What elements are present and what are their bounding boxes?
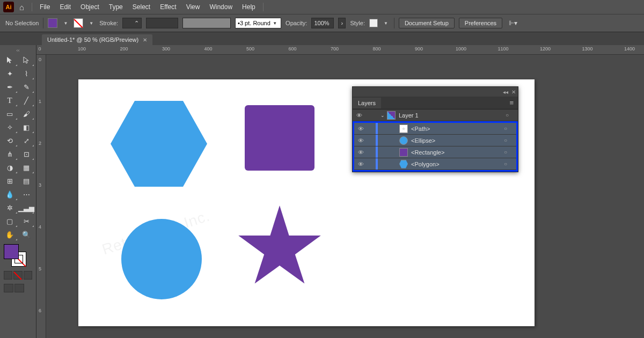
layer-row-polygon[interactable]: 👁 <Polygon> ○ <box>354 158 516 170</box>
target-icon[interactable]: ○ <box>500 161 511 167</box>
menu-object[interactable]: Object <box>76 2 104 12</box>
chevron-down-icon[interactable]: ▼ <box>62 21 69 26</box>
layer-row-path[interactable]: 👁 ★ <Path> ○ <box>354 123 516 135</box>
shape-builder-tool[interactable]: ◑ <box>2 161 18 174</box>
layer-name[interactable]: Layer 1 <box>399 112 419 119</box>
screen-modes[interactable] <box>2 283 34 293</box>
fill-swatch[interactable] <box>48 18 57 28</box>
panel-grip[interactable]: ‹‹ <box>2 47 34 54</box>
free-transform-tool[interactable]: ⊡ <box>18 148 34 160</box>
layers-tab[interactable]: Layers <box>353 98 381 108</box>
rectangle-tool[interactable]: ▭ <box>2 107 18 120</box>
stroke-weight-field[interactable]: ⌃ <box>122 18 142 28</box>
lasso-tool[interactable]: ⌇ <box>18 67 34 80</box>
document-setup-button[interactable]: Document Setup <box>399 18 455 28</box>
menu-window[interactable]: Window <box>205 2 237 12</box>
polygon-shape[interactable] <box>111 101 207 187</box>
layers-panel[interactable]: ◂◂ ✕ Layers ≡ 👁 ⌄ Layer 1 ○ <box>352 86 518 172</box>
target-icon[interactable]: ○ <box>502 112 513 118</box>
chevron-down-icon[interactable]: ▼ <box>87 21 95 26</box>
close-icon[interactable]: ✕ <box>143 37 147 43</box>
visibility-icon[interactable]: 👁 <box>354 126 367 132</box>
expand-icon[interactable]: ⌄ <box>378 113 387 118</box>
menu-effect[interactable]: Effect <box>156 2 180 12</box>
target-icon[interactable]: ○ <box>500 137 511 143</box>
stroke-swatch[interactable] <box>74 18 83 28</box>
selection-tool[interactable] <box>2 54 18 67</box>
visibility-icon[interactable]: 👁 <box>353 112 365 119</box>
artboard-tool[interactable]: ▢ <box>2 215 18 227</box>
rotate-tool[interactable]: ⟲ <box>2 134 18 147</box>
visibility-icon[interactable]: 👁 <box>354 149 367 156</box>
stroke-profile[interactable] <box>146 18 178 28</box>
symbol-tool[interactable]: ✲ <box>2 201 18 214</box>
fill-stroke-control[interactable] <box>4 244 26 267</box>
shaper-tool[interactable]: ✧ <box>2 121 18 134</box>
star-path-shape[interactable] <box>237 205 323 291</box>
panel-menu-icon[interactable]: ≡ <box>505 99 518 107</box>
fill-box[interactable] <box>4 244 19 259</box>
layer-name[interactable]: <Ellipse> <box>411 137 435 144</box>
menu-type[interactable]: Type <box>105 2 127 12</box>
zoom-tool[interactable]: 🔍 <box>18 228 34 241</box>
stroke-label: Stroke: <box>99 20 118 26</box>
layer-row-parent[interactable]: 👁 ⌄ Layer 1 ○ <box>353 109 518 121</box>
hand-tool[interactable]: ✋ <box>2 228 18 241</box>
visibility-icon[interactable]: 👁 <box>354 137 367 144</box>
tool-panel: ‹‹ ✦ ⌇ ✒ ✎ T ╱ ▭ 🖌 ✧ ◧ ⟲ ⤢ ⋔ ⊡ ◑ ▦ ⊞ ▤ 💧… <box>0 45 36 338</box>
layer-name[interactable]: <Polygon> <box>411 161 440 167</box>
opacity-arrow[interactable]: › <box>338 18 346 28</box>
menu-view[interactable]: View <box>182 2 204 12</box>
layer-name[interactable]: <Rectangle> <box>411 149 444 156</box>
direct-select-tool[interactable] <box>18 54 34 67</box>
type-tool[interactable]: T <box>2 94 18 107</box>
width-tool[interactable]: ⋔ <box>2 148 18 160</box>
home-icon[interactable]: ⌂ <box>19 3 24 12</box>
target-icon[interactable]: ○ <box>500 149 511 155</box>
brush-def[interactable] <box>182 18 231 28</box>
canvas-area[interactable]: Retouching Inc. ◂◂ ✕ Layers ≡ 👁 <box>46 55 644 338</box>
scale-tool[interactable]: ⤢ <box>18 134 34 147</box>
blend-tool[interactable]: ⋯ <box>18 188 34 201</box>
vertical-ruler[interactable]: 01234567 <box>36 55 46 338</box>
mesh-tool[interactable]: ⊞ <box>2 174 18 187</box>
layer-row-rectangle[interactable]: 👁 <Rectangle> ○ <box>354 146 516 158</box>
graph-tool[interactable]: ▁▃▅ <box>18 201 34 214</box>
layer-thumb: ★ <box>399 124 408 133</box>
ellipse-shape[interactable] <box>121 219 202 299</box>
eyedropper-tool[interactable]: 💧 <box>2 188 18 201</box>
horizontal-ruler[interactable]: 0100200300400500600700800900100011001200… <box>36 45 644 55</box>
menu-bar: Ai ⌂ File Edit Object Type Select Effect… <box>0 0 644 14</box>
layer-row-ellipse[interactable]: 👁 <Ellipse> ○ <box>354 135 516 146</box>
panel-close-icon[interactable]: ✕ <box>511 89 516 95</box>
color-modes[interactable] <box>2 270 34 281</box>
panel-collapse-icon[interactable]: ◂◂ <box>503 89 508 95</box>
gradient-tool[interactable]: ▤ <box>18 174 34 187</box>
brush-tool[interactable]: 🖌 <box>18 107 34 120</box>
menu-help[interactable]: Help <box>238 2 260 12</box>
perspective-tool[interactable]: ▦ <box>18 161 34 174</box>
style-swatch[interactable] <box>369 19 378 27</box>
menu-select[interactable]: Select <box>128 2 155 12</box>
wand-tool[interactable]: ✦ <box>2 67 18 80</box>
brush-select[interactable]: • 3 pt. Round ▼ <box>235 18 281 28</box>
eraser-tool[interactable]: ◧ <box>18 121 34 134</box>
menu-edit[interactable]: Edit <box>55 2 75 12</box>
chevron-down-icon[interactable]: ▼ <box>382 21 390 26</box>
document-tab[interactable]: Untitled-1* @ 50 % (RGB/Preview) ✕ <box>42 34 152 45</box>
line-tool[interactable]: ╱ <box>18 94 34 107</box>
logo-text: Ai <box>6 4 12 10</box>
layer-name[interactable]: <Path> <box>411 126 430 132</box>
opacity-field[interactable]: 100% <box>311 18 334 28</box>
style-label: Style: <box>350 20 365 26</box>
pen-tool[interactable]: ✒ <box>2 80 18 93</box>
menu-file[interactable]: File <box>35 2 54 12</box>
artboard[interactable]: Retouching Inc. ◂◂ ✕ Layers ≡ 👁 <box>78 79 535 326</box>
curvature-tool[interactable]: ✎ <box>18 80 34 93</box>
preferences-button[interactable]: Preferences <box>459 18 502 28</box>
slice-tool[interactable]: ✂ <box>18 215 34 227</box>
rectangle-shape[interactable] <box>245 105 314 171</box>
visibility-icon[interactable]: 👁 <box>354 161 367 167</box>
align-icon[interactable]: ⊩▾ <box>509 19 517 27</box>
target-icon[interactable]: ○ <box>500 126 511 131</box>
